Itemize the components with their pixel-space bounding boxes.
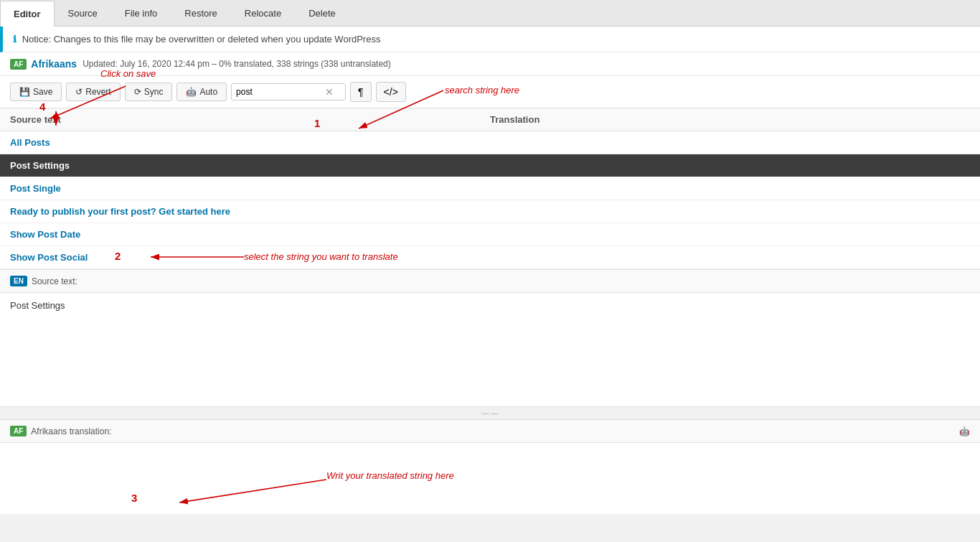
sync-button[interactable]: ⟳ Sync [125, 83, 173, 101]
table-row[interactable]: All Posts [0, 131, 980, 154]
pilcrow-button[interactable]: ¶ [350, 82, 372, 102]
af-badge: AF [10, 426, 27, 436]
info-icon: ℹ [13, 34, 17, 45]
col-translation: Translation [490, 114, 970, 125]
source-text-all-posts: All Posts [10, 137, 490, 148]
save-icon: 💾 [19, 87, 30, 97]
search-box-wrap: ✕ [231, 83, 346, 101]
source-text-post-settings: Post Settings [10, 160, 490, 171]
save-label: Save [33, 87, 52, 97]
translation-content[interactable] [0, 442, 980, 514]
sync-label: Sync [144, 87, 164, 97]
notice-text: Notice: Changes to this file may be over… [22, 34, 381, 45]
translation-section: AF Afrikaans translation: 🤖 [0, 419, 980, 514]
revert-icon: ↺ [75, 87, 83, 97]
code-button[interactable]: </> [376, 82, 406, 102]
translation-header: AF Afrikaans translation: 🤖 [0, 419, 980, 442]
source-text-show-post-date: Show Post Date [10, 229, 490, 240]
source-section-header: EN Source text: [0, 270, 980, 292]
translation-all-posts [490, 137, 970, 148]
table-row[interactable]: Show Post Social [0, 246, 980, 269]
auto-button[interactable]: 🤖 Auto [176, 83, 227, 101]
col-source: Source text [10, 114, 490, 125]
tab-restore[interactable]: Restore [171, 0, 231, 26]
af-lang-badge: AF [10, 59, 27, 70]
toolbar: 💾 Save ↺ Revert ⟳ Sync 🤖 Auto ✕ ¶ </> [0, 76, 980, 108]
source-text-publish-first: Ready to publish your first post? Get st… [10, 206, 490, 217]
tab-file-info[interactable]: File info [111, 0, 171, 26]
robot-icon: 🤖 [186, 87, 197, 97]
source-text-show-post-social: Show Post Social [10, 252, 490, 263]
tabs-bar: Editor Source File info Restore Relocate… [0, 0, 980, 27]
resize-handle-source[interactable]: — — [0, 407, 980, 419]
translation-label: Afrikaans translation: [31, 426, 111, 436]
language-meta: Updated: July 16, 2020 12:44 pm – 0% tra… [83, 59, 391, 69]
source-section: EN Source text: Post Settings — — [0, 269, 980, 419]
translation-show-post-social [490, 252, 970, 263]
source-section-label: Source text: [32, 276, 77, 286]
search-clear-icon[interactable]: ✕ [325, 86, 334, 98]
auto-label: Auto [199, 87, 217, 97]
revert-label: Revert [85, 87, 110, 97]
sync-icon: ⟳ [134, 87, 141, 97]
translation-publish-first [490, 206, 970, 217]
page-wrapper: Editor Source File info Restore Relocate… [0, 0, 980, 542]
table-row[interactable]: Post Single [0, 177, 980, 200]
notice-bar: ℹ Notice: Changes to this file may be ov… [0, 27, 980, 52]
tab-delete[interactable]: Delete [295, 0, 349, 26]
source-text-post-single: Post Single [10, 183, 490, 194]
translation-show-post-date [490, 229, 970, 240]
source-content-text: Post Settings [10, 300, 65, 311]
table-row[interactable]: Post Settings [0, 154, 980, 177]
tab-editor[interactable]: Editor [0, 1, 55, 27]
translation-toolbar-icon[interactable]: 🤖 [959, 426, 970, 436]
translation-post-single [490, 183, 970, 194]
tab-relocate[interactable]: Relocate [231, 0, 295, 26]
table-header: Source text Translation [0, 108, 980, 131]
table-row[interactable]: Ready to publish your first post? Get st… [0, 200, 980, 223]
save-button[interactable]: 💾 Save [10, 83, 62, 101]
language-name[interactable]: Afrikaans [31, 58, 77, 70]
table-row[interactable]: Show Post Date [0, 223, 980, 246]
en-badge: EN [10, 276, 27, 286]
source-content: Post Settings [0, 292, 980, 407]
language-header: AF Afrikaans Updated: July 16, 2020 12:4… [0, 52, 980, 76]
tab-source[interactable]: Source [55, 0, 111, 26]
translation-post-settings [490, 160, 970, 171]
revert-button[interactable]: ↺ Revert [66, 83, 120, 101]
table-container: Source text Translation All Posts Post S… [0, 108, 980, 269]
search-input[interactable] [236, 87, 322, 97]
